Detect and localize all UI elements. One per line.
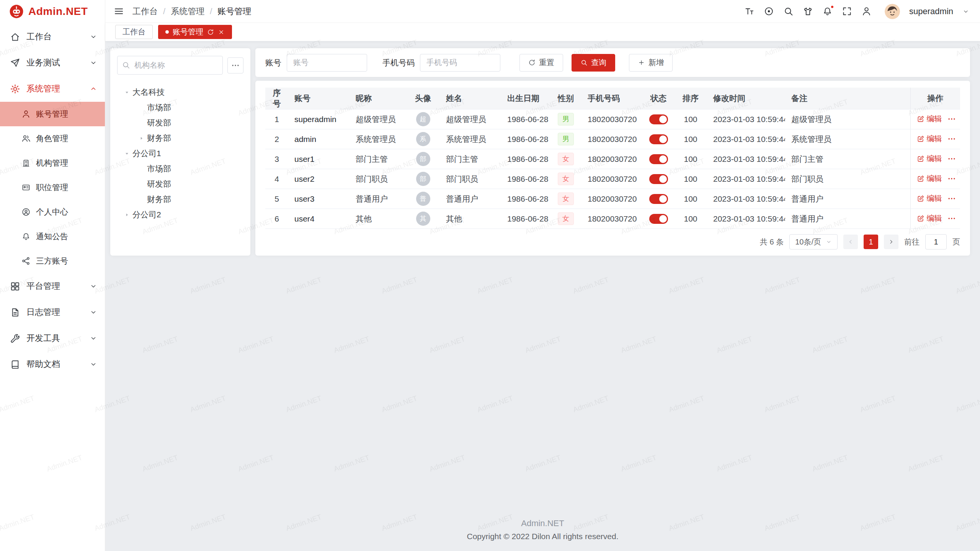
table-row: 2 admin 系统管理员 系 系统管理员 1986-06-28 男 18020…: [265, 129, 960, 149]
goto-page-input[interactable]: [925, 234, 947, 249]
tree-node[interactable]: 分公司1: [117, 146, 243, 161]
gender-tag: 男: [558, 133, 574, 145]
tree-caret-collapsed-icon[interactable]: [121, 212, 132, 218]
more-actions-icon[interactable]: [947, 174, 956, 183]
search-icon[interactable]: [783, 6, 794, 16]
more-actions-icon[interactable]: [947, 115, 956, 123]
sidebar-subitem-notice[interactable]: 通知公告: [0, 224, 105, 249]
notification-bell-icon[interactable]: [822, 6, 833, 16]
sidebar-item-system-management[interactable]: 系统管理: [0, 76, 105, 102]
tree-node[interactable]: 财务部: [117, 130, 243, 146]
org-more-button[interactable]: [227, 57, 243, 73]
screen-size-icon[interactable]: [764, 6, 774, 16]
logo-icon: [9, 4, 24, 19]
building-icon: [21, 158, 31, 168]
goto-label: 前往: [904, 237, 920, 247]
tree-caret-collapsed-icon[interactable]: [136, 135, 147, 141]
tree-node[interactable]: 市场部: [117, 100, 243, 115]
sidebar-item-workbench[interactable]: 工作台: [0, 24, 105, 50]
edit-button[interactable]: 编辑: [917, 153, 942, 164]
edit-button[interactable]: 编辑: [917, 213, 942, 223]
org-search: [117, 56, 223, 75]
edit-button[interactable]: 编辑: [917, 193, 942, 204]
hamburger-icon[interactable]: [114, 6, 124, 16]
status-toggle[interactable]: [649, 134, 668, 144]
table-header-row: 序号 账号 昵称 头像 姓名 出生日期 性别 手机号码 状态 排序 修改时间: [265, 88, 960, 109]
sidebar-item-business-test[interactable]: 业务测试: [0, 50, 105, 76]
more-actions-icon[interactable]: [947, 214, 956, 223]
edit-button[interactable]: 编辑: [917, 173, 942, 184]
theme-icon[interactable]: [803, 6, 813, 16]
status-toggle[interactable]: [649, 114, 668, 124]
tree-node[interactable]: 分公司2: [117, 207, 243, 222]
close-icon[interactable]: [218, 29, 225, 36]
refresh-icon[interactable]: [207, 29, 214, 36]
total-count: 共 6 条: [760, 237, 784, 247]
edit-button[interactable]: 编辑: [917, 114, 942, 124]
tab-account-management[interactable]: 账号管理: [158, 25, 232, 39]
fullscreen-icon[interactable]: [842, 6, 852, 16]
chevron-down-icon: [90, 33, 97, 41]
org-tree-panel: 大名科技 市场部 研发部 财务部: [110, 48, 250, 256]
gender-tag: 女: [558, 192, 574, 205]
status-toggle[interactable]: [649, 194, 668, 204]
gear-icon: [10, 84, 20, 94]
breadcrumb-workbench[interactable]: 工作台: [132, 6, 158, 17]
tree-node[interactable]: 研发部: [117, 115, 243, 130]
chevron-down-icon: [90, 334, 97, 342]
status-toggle[interactable]: [649, 154, 668, 164]
breadcrumb-system-management[interactable]: 系统管理: [158, 6, 204, 17]
tab-workbench[interactable]: 工作台: [115, 25, 153, 39]
more-actions-icon[interactable]: [947, 155, 956, 163]
tree-node[interactable]: 大名科技: [117, 85, 243, 100]
sidebar-subitem-personal-center[interactable]: 个人中心: [0, 200, 105, 224]
sidebar-subitem-org-management[interactable]: 机构管理: [0, 151, 105, 175]
sidebar-item-help-docs[interactable]: 帮助文档: [0, 351, 105, 377]
chevron-down-icon[interactable]: [962, 8, 969, 15]
next-page-button[interactable]: [884, 235, 898, 249]
more-actions-icon[interactable]: [947, 194, 956, 203]
footer-title: Admin.NET: [105, 518, 980, 528]
prev-page-button[interactable]: [843, 235, 858, 249]
edit-icon: [917, 135, 924, 143]
chevron-up-icon: [90, 85, 97, 93]
username[interactable]: superadmin: [909, 7, 953, 16]
edit-icon: [917, 155, 924, 163]
tree-node[interactable]: 研发部: [117, 176, 243, 192]
tree-caret-expanded-icon[interactable]: [121, 151, 132, 156]
query-button[interactable]: 查询: [572, 54, 615, 72]
more-actions-icon[interactable]: [947, 135, 956, 143]
status-toggle[interactable]: [649, 174, 668, 184]
sidebar-subitem-position-management[interactable]: 职位管理: [0, 175, 105, 200]
edit-button[interactable]: 编辑: [917, 134, 942, 144]
add-button[interactable]: 新增: [629, 54, 673, 72]
breadcrumb: 工作台 系统管理 账号管理: [132, 6, 251, 17]
sidebar-subitem-role-management[interactable]: 角色管理: [0, 126, 105, 151]
sidebar-item-log-management[interactable]: 日志管理: [0, 299, 105, 325]
sidebar-subitem-account-management[interactable]: 账号管理: [0, 102, 105, 126]
send-icon: [10, 58, 20, 68]
logo[interactable]: Admin.NET: [0, 0, 105, 23]
font-size-icon[interactable]: [744, 6, 755, 16]
page-size-select[interactable]: 10条/页: [789, 234, 838, 249]
org-name-search-input[interactable]: [117, 56, 223, 75]
user-icon[interactable]: [861, 6, 872, 16]
tree-node[interactable]: 财务部: [117, 192, 243, 207]
phone-input[interactable]: [420, 54, 500, 72]
table-row: 1 superadmin 超级管理员 超 超级管理员 1986-06-28 男 …: [265, 109, 960, 129]
tree-caret-expanded-icon[interactable]: [121, 90, 132, 95]
sidebar-item-platform-management[interactable]: 平台管理: [0, 273, 105, 299]
page-footer: Admin.NET Copyright © 2022 Dilon All rig…: [105, 512, 980, 551]
phone-label: 手机号码: [382, 57, 415, 68]
active-tab-dot: [165, 30, 169, 34]
avatar[interactable]: [885, 4, 900, 19]
sidebar-item-dev-tools[interactable]: 开发工具: [0, 325, 105, 351]
reset-button[interactable]: 重置: [519, 54, 563, 72]
page-number-1[interactable]: 1: [864, 235, 878, 249]
bell-icon: [21, 232, 31, 241]
status-toggle[interactable]: [649, 214, 668, 224]
sidebar-subitem-third-party-account[interactable]: 三方账号: [0, 249, 105, 273]
account-input[interactable]: [287, 54, 367, 72]
tree-node[interactable]: 市场部: [117, 161, 243, 176]
gender-tag: 女: [558, 212, 574, 225]
